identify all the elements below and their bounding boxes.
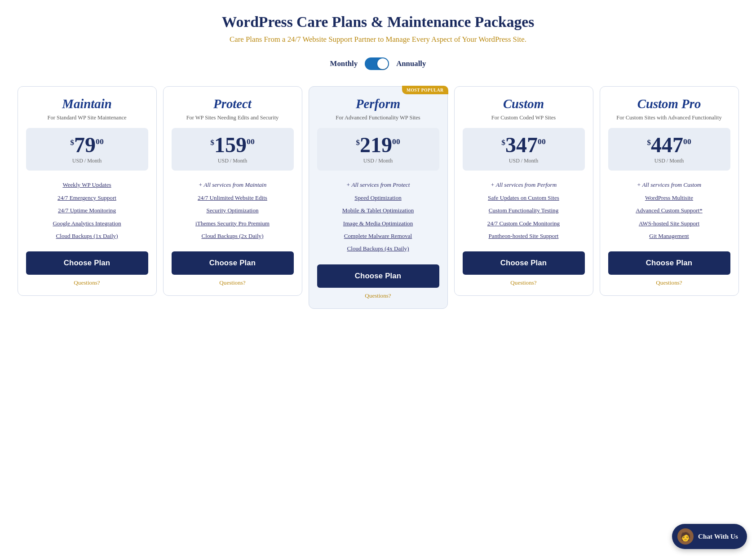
plan-desc: For Standard WP Site Maintenance: [26, 114, 148, 122]
feature-item: 24/7 Custom Code Monitoring: [463, 217, 585, 230]
plan-name: Perform: [317, 97, 439, 111]
plan-card-custom-pro: Custom Pro For Custom Sites with Advance…: [600, 86, 739, 296]
choose-plan-button-maintain[interactable]: Choose Plan: [26, 251, 148, 275]
questions-link-protect[interactable]: Questions?: [172, 279, 294, 286]
price-box: $ 447 00 USD / Month: [608, 128, 730, 171]
feature-item: 24/7 Unlimited Website Edits: [172, 192, 294, 204]
feature-item: Image & Media Optimization: [317, 217, 439, 230]
questions-link-custom-pro[interactable]: Questions?: [608, 279, 730, 286]
page-title: WordPress Care Plans & Maintenance Packa…: [9, 13, 747, 31]
price-period: USD / Month: [613, 158, 726, 164]
feature-item: + All services from Custom: [608, 179, 730, 191]
price-period: USD / Month: [31, 158, 144, 164]
plan-desc: For Advanced Functionality WP Sites: [317, 114, 439, 122]
price-cents: 00: [392, 137, 400, 146]
feature-item: Weekly WP Updates: [26, 179, 148, 191]
feature-item: WordPress Multisite: [608, 192, 730, 204]
price-amount: 79: [74, 134, 96, 156]
price-box: $ 347 00 USD / Month: [463, 128, 585, 171]
choose-plan-button-protect[interactable]: Choose Plan: [172, 251, 294, 275]
choose-plan-button-custom-pro[interactable]: Choose Plan: [608, 251, 730, 275]
price-amount: 347: [505, 134, 538, 156]
price-dollar: $: [647, 138, 651, 147]
price-cents: 00: [96, 137, 104, 146]
feature-item: Safe Updates on Custom Sites: [463, 192, 585, 204]
price-dollar: $: [356, 138, 360, 147]
feature-item: Cloud Backups (4x Daily): [317, 242, 439, 255]
plan-card-perform: MOST POPULAR Perform For Advanced Functi…: [309, 86, 448, 309]
feature-item: 24/7 Uptime Monitoring: [26, 204, 148, 217]
billing-toggle-switch[interactable]: [365, 57, 389, 70]
feature-item: 24/7 Emergency Support: [26, 192, 148, 204]
plan-name: Custom: [463, 97, 585, 111]
price-dollar: $: [70, 138, 74, 147]
price-main: $ 219 00: [322, 134, 435, 156]
feature-item: Cloud Backups (2x Daily): [172, 230, 294, 242]
plan-card-custom: Custom For Custom Coded WP Sites $ 347 0…: [454, 86, 593, 296]
price-cents: 00: [683, 137, 691, 146]
price-box: $ 219 00 USD / Month: [317, 128, 439, 171]
price-period: USD / Month: [322, 158, 435, 164]
plan-card-protect: Protect For WP Sites Needing Edits and S…: [163, 86, 302, 296]
billing-toggle: Monthly Annually: [9, 57, 747, 70]
feature-item: iThemes Security Pro Premium: [172, 217, 294, 230]
most-popular-badge: MOST POPULAR: [402, 86, 448, 94]
plans-container: Maintain For Standard WP Site Maintenanc…: [10, 86, 747, 309]
plan-desc: For Custom Coded WP Sites: [463, 114, 585, 122]
plan-desc: For Custom Sites with Advanced Functiona…: [608, 114, 730, 122]
price-dollar: $: [210, 138, 214, 147]
price-period: USD / Month: [176, 158, 289, 164]
price-main: $ 447 00: [613, 134, 726, 156]
price-main: $ 79 00: [31, 134, 144, 156]
choose-plan-button-custom[interactable]: Choose Plan: [463, 251, 585, 275]
feature-item: Complete Malware Removal: [317, 230, 439, 242]
feature-item: Security Optimization: [172, 204, 294, 217]
price-amount: 159: [214, 134, 247, 156]
feature-item: Cloud Backups (1x Daily): [26, 230, 148, 242]
feature-item: + All services from Protect: [317, 179, 439, 191]
price-cents: 00: [247, 137, 255, 146]
price-cents: 00: [538, 137, 546, 146]
page-subtitle: Care Plans From a 24/7 Website Support P…: [9, 35, 747, 44]
price-amount: 447: [651, 134, 683, 156]
features-list: + All services from CustomWordPress Mult…: [608, 179, 730, 242]
toggle-knob: [377, 58, 388, 69]
plan-name: Custom Pro: [608, 97, 730, 111]
questions-link-maintain[interactable]: Questions?: [26, 279, 148, 286]
price-box: $ 79 00 USD / Month: [26, 128, 148, 171]
price-main: $ 159 00: [176, 134, 289, 156]
feature-item: Git Management: [608, 230, 730, 242]
feature-item: Google Analytics Integration: [26, 217, 148, 230]
price-box: $ 159 00 USD / Month: [172, 128, 294, 171]
questions-link-custom[interactable]: Questions?: [463, 279, 585, 286]
questions-link-perform[interactable]: Questions?: [317, 292, 439, 299]
features-list: + All services from Maintain24/7 Unlimit…: [172, 179, 294, 242]
plan-desc: For WP Sites Needing Edits and Security: [172, 114, 294, 122]
feature-item: AWS-hosted Site Support: [608, 217, 730, 230]
price-amount: 219: [360, 134, 392, 156]
plan-name: Maintain: [26, 97, 148, 111]
feature-item: Mobile & Tablet Optimization: [317, 204, 439, 217]
price-period: USD / Month: [467, 158, 580, 164]
price-main: $ 347 00: [467, 134, 580, 156]
annually-label: Annually: [396, 59, 426, 68]
feature-item: Advanced Custom Support*: [608, 204, 730, 217]
feature-item: Custom Functionality Testing: [463, 204, 585, 217]
features-list: Weekly WP Updates24/7 Emergency Support2…: [26, 179, 148, 242]
plan-card-maintain: Maintain For Standard WP Site Maintenanc…: [18, 86, 157, 296]
monthly-label: Monthly: [330, 59, 358, 68]
feature-item: + All services from Perform: [463, 179, 585, 191]
feature-item: Speed Optimization: [317, 192, 439, 204]
feature-item: + All services from Maintain: [172, 179, 294, 191]
choose-plan-button-perform[interactable]: Choose Plan: [317, 264, 439, 288]
feature-item: Pantheon-hosted Site Support: [463, 230, 585, 242]
price-dollar: $: [501, 138, 505, 147]
features-list: + All services from PerformSafe Updates …: [463, 179, 585, 242]
features-list: + All services from ProtectSpeed Optimiz…: [317, 179, 439, 255]
plan-name: Protect: [172, 97, 294, 111]
